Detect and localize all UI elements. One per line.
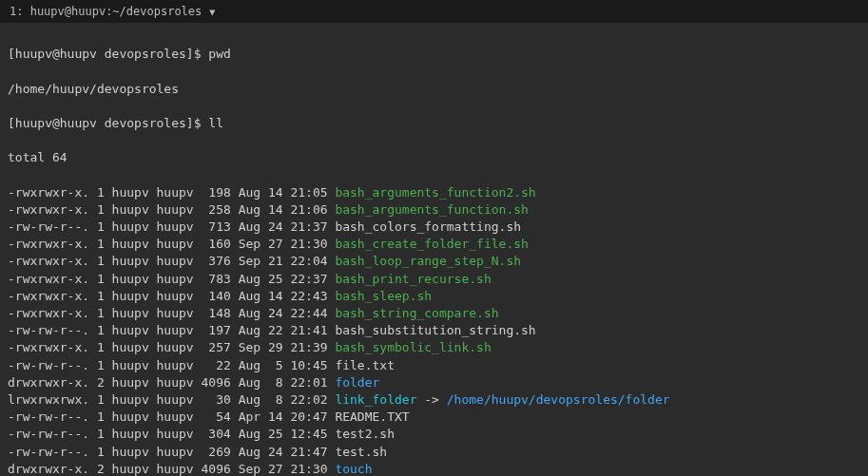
total-line: total 64 <box>8 149 860 166</box>
command: ll <box>208 116 223 130</box>
file-row: -rw-rw-r--. 1 huupv huupv 713 Aug 24 21:… <box>8 219 860 236</box>
file-row: lrwxrwxrwx. 1 huupv huupv 30 Aug 8 22:02… <box>8 391 860 409</box>
dropdown-icon[interactable]: ▼ <box>209 7 215 17</box>
file-row: -rw-rw-r--. 1 huupv huupv 304 Aug 25 12:… <box>8 426 860 443</box>
file-row: -rwxrwxr-x. 1 huupv huupv 376 Sep 21 22:… <box>8 253 860 270</box>
file-row: drwxrwxr-x. 2 huupv huupv 4096 Aug 8 22:… <box>8 374 860 391</box>
file-row: -rw-rw-r--. 1 huupv huupv 22 Aug 5 10:45… <box>8 357 860 374</box>
file-row: -rw-rw-r--. 1 huupv huupv 54 Apr 14 20:4… <box>8 409 860 426</box>
file-row: -rwxrwxr-x. 1 huupv huupv 198 Aug 14 21:… <box>8 184 860 201</box>
command: pwd <box>208 47 230 61</box>
file-row: drwxrwxr-x. 2 huupv huupv 4096 Sep 27 21… <box>8 461 860 476</box>
prompt-line-1: [huupv@huupv devopsroles]$ pwd <box>8 46 860 63</box>
file-row: -rw-rw-r--. 1 huupv huupv 197 Aug 22 21:… <box>8 322 860 339</box>
pwd-output: /home/huupv/devopsroles <box>8 81 860 98</box>
file-row: -rwxrwxr-x. 1 huupv huupv 160 Sep 27 21:… <box>8 236 860 253</box>
file-row: -rw-rw-r--. 1 huupv huupv 269 Aug 24 21:… <box>8 444 860 461</box>
file-row: -rwxrwxr-x. 1 huupv huupv 783 Aug 25 22:… <box>8 271 860 288</box>
prompt: [huupv@huupv devopsroles]$ <box>8 47 208 61</box>
file-row: -rwxrwxr-x. 1 huupv huupv 258 Aug 14 21:… <box>8 201 860 219</box>
file-listing: -rwxrwxr-x. 1 huupv huupv 198 Aug 14 21:… <box>8 184 860 476</box>
file-row: -rwxrwxr-x. 1 huupv huupv 140 Aug 14 22:… <box>8 288 860 305</box>
prompt: [huupv@huupv devopsroles]$ <box>8 116 208 130</box>
prompt-line-2: [huupv@huupv devopsroles]$ ll <box>8 115 860 132</box>
titlebar-text: 1: huupv@huupv:~/devopsroles <box>10 5 202 18</box>
file-row: -rwxrwxr-x. 1 huupv huupv 148 Aug 24 22:… <box>8 305 860 322</box>
titlebar[interactable]: 1: huupv@huupv:~/devopsroles ▼ <box>0 0 868 23</box>
terminal-output[interactable]: [huupv@huupv devopsroles]$ pwd /home/huu… <box>0 23 868 476</box>
file-row: -rwxrwxr-x. 1 huupv huupv 257 Sep 29 21:… <box>8 339 860 356</box>
